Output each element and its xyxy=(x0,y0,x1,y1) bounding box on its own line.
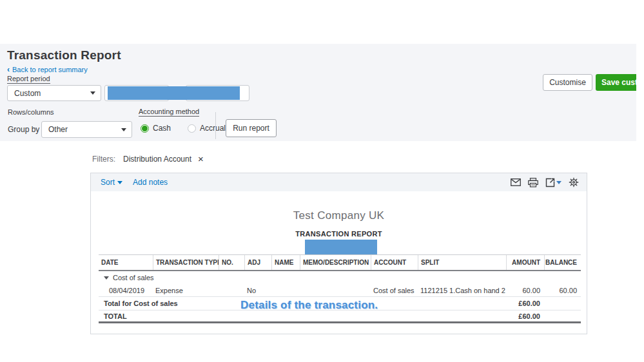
transaction-row[interactable]: 08/04/2019 Expense No Cost of sales 1121… xyxy=(99,284,581,297)
cell-balance: 60.00 xyxy=(544,287,581,294)
col-header-amount: AMOUNT xyxy=(506,255,544,270)
report-period-select-value: Custom xyxy=(14,89,90,98)
table-header-row: DATE TRANSACTION TYPE NO. ADJ NAME MEMO/… xyxy=(99,254,581,271)
cell-account: Cost of sales xyxy=(371,287,418,294)
redacted-date-subtitle-overlay xyxy=(305,240,377,254)
report-header-band: Transaction Report ‹ Back to report summ… xyxy=(0,44,636,141)
cash-radio-label: Cash xyxy=(153,124,171,133)
col-header-adj: ADJ xyxy=(244,255,271,270)
cell-date: 08/04/2019 xyxy=(99,287,153,294)
accrual-radio[interactable] xyxy=(188,124,196,133)
settings-gear-icon[interactable] xyxy=(569,177,579,187)
chevron-down-icon xyxy=(90,91,95,95)
collapse-triangle-icon[interactable] xyxy=(104,276,109,280)
back-to-summary-link[interactable]: ‹ Back to report summary xyxy=(7,66,88,73)
col-header-split: SPLIT xyxy=(418,255,506,270)
filters-label: Filters: xyxy=(92,155,115,164)
chevron-down-icon xyxy=(556,181,561,184)
print-icon[interactable] xyxy=(528,178,538,187)
group-by-label: Group by xyxy=(8,125,39,134)
sort-label: Sort xyxy=(101,178,115,187)
report-title: TRANSACTION REPORT xyxy=(91,230,587,238)
run-report-button[interactable]: Run report xyxy=(226,119,277,137)
col-header-date: DATE xyxy=(99,255,153,270)
annotation-text: Details of the transaction. xyxy=(240,299,378,312)
grand-total-row: TOTAL £60.00 xyxy=(99,310,581,321)
cell-split: 1121215 1.Cash on hand 2 xyxy=(418,287,506,294)
group-row-label: Cost of sales xyxy=(113,274,154,281)
transaction-table: DATE TRANSACTION TYPE NO. ADJ NAME MEMO/… xyxy=(99,254,581,323)
filters-row: Filters: Distribution Account × xyxy=(92,154,204,164)
total-for-amount: £60.00 xyxy=(506,300,544,307)
col-header-balance: BALANCE xyxy=(544,255,581,270)
company-name: Test Company UK xyxy=(91,209,587,222)
sort-dropdown[interactable]: Sort xyxy=(101,178,122,187)
col-header-transaction-type: TRANSACTION TYPE xyxy=(153,255,219,270)
grand-total-label: TOTAL xyxy=(99,312,506,320)
vertical-divider xyxy=(215,112,216,139)
col-header-memo: MEMO/DESCRIPTION xyxy=(300,255,371,270)
col-header-no: NO. xyxy=(219,255,244,270)
filter-chip-label: Distribution Account xyxy=(123,155,191,164)
table-bottom-rule xyxy=(99,321,581,323)
redacted-date-range-overlay xyxy=(108,86,240,100)
add-notes-link[interactable]: Add notes xyxy=(133,178,168,187)
report-period-select[interactable]: Custom xyxy=(7,85,101,101)
accounting-method-label: Accounting method xyxy=(139,108,199,117)
group-by-select-value: Other xyxy=(48,125,121,134)
report-period-label: Report period xyxy=(7,75,50,84)
chevron-down-icon xyxy=(121,128,126,131)
group-by-select[interactable]: Other xyxy=(41,121,132,138)
chevron-down-icon xyxy=(117,181,122,184)
back-chevron-icon: ‹ xyxy=(7,66,10,73)
back-link-label: Back to report summary xyxy=(12,66,88,73)
save-customisation-button[interactable]: Save custo xyxy=(596,74,636,91)
toolbar-icons xyxy=(511,177,579,187)
cell-transaction-type: Expense xyxy=(153,287,219,294)
export-icon[interactable] xyxy=(545,178,561,187)
col-header-name: NAME xyxy=(271,255,300,270)
group-row-cost-of-sales[interactable]: Cost of sales xyxy=(99,271,581,284)
cell-amount: 60.00 xyxy=(506,287,544,294)
add-notes-label: Add notes xyxy=(133,178,168,187)
customise-button[interactable]: Customise xyxy=(543,74,592,91)
grand-total-amount: £60.00 xyxy=(506,312,544,320)
cell-adj: No xyxy=(244,287,271,294)
accrual-radio-label: Accrual xyxy=(200,124,226,133)
accounting-method-radios: Cash Accrual xyxy=(141,124,226,133)
col-header-account: ACCOUNT xyxy=(371,255,418,270)
rows-columns-label: Rows/columns xyxy=(8,108,54,116)
page-title: Transaction Report xyxy=(7,48,121,62)
cash-radio[interactable] xyxy=(141,124,149,133)
report-toolbar: Sort Add notes xyxy=(91,173,587,191)
email-icon[interactable] xyxy=(511,178,521,186)
remove-filter-icon[interactable]: × xyxy=(198,154,204,164)
